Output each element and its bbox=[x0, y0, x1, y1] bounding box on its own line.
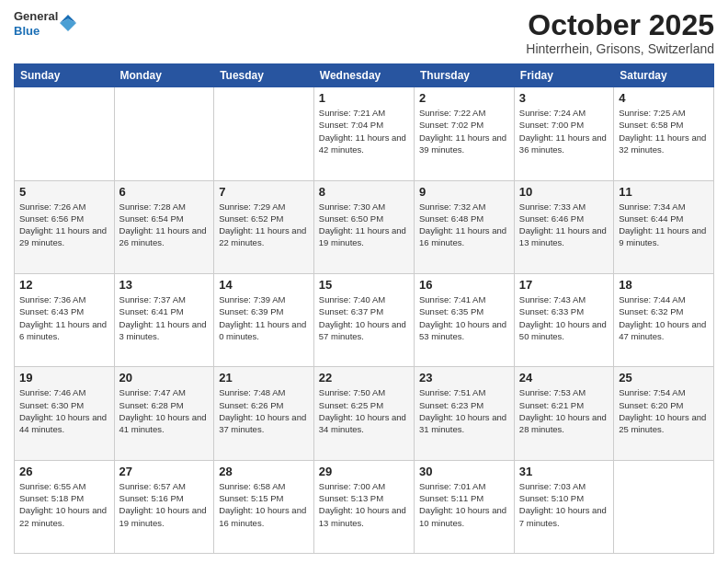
day-info: Sunrise: 7:47 AM Sunset: 6:28 PM Dayligh… bbox=[119, 386, 210, 435]
day-info: Sunrise: 6:55 AM Sunset: 5:18 PM Dayligh… bbox=[19, 480, 109, 529]
title-block: October 2025 Hinterrhein, Grisons, Switz… bbox=[526, 9, 714, 56]
day-number: 22 bbox=[319, 371, 409, 385]
day-info: Sunrise: 7:22 AM Sunset: 7:02 PM Dayligh… bbox=[419, 107, 509, 155]
table-row: 31Sunrise: 7:03 AM Sunset: 5:10 PM Dayli… bbox=[514, 460, 613, 553]
day-info: Sunrise: 7:00 AM Sunset: 5:13 PM Dayligh… bbox=[319, 480, 409, 529]
table-row: 19Sunrise: 7:46 AM Sunset: 6:30 PM Dayli… bbox=[15, 367, 115, 460]
day-number: 2 bbox=[419, 91, 509, 105]
day-number: 26 bbox=[19, 465, 109, 478]
day-info: Sunrise: 7:34 AM Sunset: 6:44 PM Dayligh… bbox=[619, 201, 709, 249]
day-info: Sunrise: 7:54 AM Sunset: 6:20 PM Dayligh… bbox=[619, 386, 709, 435]
table-row: 14Sunrise: 7:39 AM Sunset: 6:39 PM Dayli… bbox=[214, 273, 314, 366]
day-number: 31 bbox=[519, 465, 609, 478]
weekday-header-row: Sunday Monday Tuesday Wednesday Thursday… bbox=[15, 64, 714, 87]
day-info: Sunrise: 7:36 AM Sunset: 6:43 PM Dayligh… bbox=[19, 293, 109, 342]
table-row: 11Sunrise: 7:34 AM Sunset: 6:44 PM Dayli… bbox=[614, 180, 714, 273]
day-info: Sunrise: 6:58 AM Sunset: 5:15 PM Dayligh… bbox=[219, 480, 309, 529]
day-info: Sunrise: 7:30 AM Sunset: 6:50 PM Dayligh… bbox=[319, 201, 409, 249]
day-number: 8 bbox=[319, 185, 409, 199]
day-number: 23 bbox=[419, 371, 509, 385]
day-number: 24 bbox=[519, 371, 609, 385]
table-row: 15Sunrise: 7:40 AM Sunset: 6:37 PM Dayli… bbox=[313, 273, 414, 366]
table-row bbox=[15, 87, 115, 180]
table-row: 21Sunrise: 7:48 AM Sunset: 6:26 PM Dayli… bbox=[214, 367, 314, 460]
day-info: Sunrise: 6:57 AM Sunset: 5:16 PM Dayligh… bbox=[119, 480, 210, 529]
header-monday: Monday bbox=[114, 64, 214, 87]
day-number: 4 bbox=[619, 91, 709, 105]
calendar-week-row: 26Sunrise: 6:55 AM Sunset: 5:18 PM Dayli… bbox=[15, 460, 714, 553]
table-row bbox=[614, 460, 714, 553]
day-number: 6 bbox=[119, 185, 210, 199]
calendar-week-row: 12Sunrise: 7:36 AM Sunset: 6:43 PM Dayli… bbox=[15, 273, 714, 366]
day-info: Sunrise: 7:29 AM Sunset: 6:52 PM Dayligh… bbox=[219, 201, 309, 249]
logo-blue: Blue bbox=[14, 24, 40, 38]
table-row: 23Sunrise: 7:51 AM Sunset: 6:23 PM Dayli… bbox=[415, 367, 515, 460]
day-number: 9 bbox=[419, 185, 509, 199]
day-info: Sunrise: 7:28 AM Sunset: 6:54 PM Dayligh… bbox=[119, 201, 210, 249]
day-info: Sunrise: 7:01 AM Sunset: 5:11 PM Dayligh… bbox=[419, 480, 509, 529]
day-info: Sunrise: 7:53 AM Sunset: 6:21 PM Dayligh… bbox=[519, 386, 609, 435]
day-number: 27 bbox=[119, 465, 210, 478]
day-number: 3 bbox=[519, 91, 609, 105]
header-tuesday: Tuesday bbox=[214, 64, 314, 87]
day-info: Sunrise: 7:39 AM Sunset: 6:39 PM Dayligh… bbox=[219, 293, 309, 342]
day-number: 19 bbox=[19, 371, 109, 385]
day-number: 30 bbox=[419, 465, 509, 478]
day-number: 7 bbox=[219, 185, 309, 199]
day-info: Sunrise: 7:41 AM Sunset: 6:35 PM Dayligh… bbox=[419, 293, 509, 342]
day-number: 20 bbox=[119, 371, 210, 385]
calendar-week-row: 1Sunrise: 7:21 AM Sunset: 7:04 PM Daylig… bbox=[15, 87, 714, 180]
table-row: 10Sunrise: 7:33 AM Sunset: 6:46 PM Dayli… bbox=[514, 180, 613, 273]
table-row: 13Sunrise: 7:37 AM Sunset: 6:41 PM Dayli… bbox=[114, 273, 214, 366]
logo-icon bbox=[60, 15, 76, 31]
day-number: 1 bbox=[319, 91, 409, 105]
table-row: 20Sunrise: 7:47 AM Sunset: 6:28 PM Dayli… bbox=[114, 367, 214, 460]
table-row bbox=[114, 87, 214, 180]
table-row: 12Sunrise: 7:36 AM Sunset: 6:43 PM Dayli… bbox=[15, 273, 115, 366]
day-number: 17 bbox=[519, 278, 609, 292]
day-info: Sunrise: 7:37 AM Sunset: 6:41 PM Dayligh… bbox=[119, 293, 210, 342]
day-info: Sunrise: 7:40 AM Sunset: 6:37 PM Dayligh… bbox=[319, 293, 409, 342]
day-info: Sunrise: 7:50 AM Sunset: 6:25 PM Dayligh… bbox=[319, 386, 409, 435]
day-number: 15 bbox=[319, 278, 409, 292]
day-number: 11 bbox=[619, 185, 709, 199]
logo-general: General bbox=[14, 9, 58, 23]
day-number: 10 bbox=[519, 185, 609, 199]
calendar-week-row: 5Sunrise: 7:26 AM Sunset: 6:56 PM Daylig… bbox=[15, 180, 714, 273]
header-thursday: Thursday bbox=[415, 64, 515, 87]
day-number: 21 bbox=[219, 371, 309, 385]
table-row: 26Sunrise: 6:55 AM Sunset: 5:18 PM Dayli… bbox=[15, 460, 115, 553]
day-number: 28 bbox=[219, 465, 309, 478]
day-number: 18 bbox=[619, 278, 709, 292]
calendar-week-row: 19Sunrise: 7:46 AM Sunset: 6:30 PM Dayli… bbox=[15, 367, 714, 460]
month-title: October 2025 bbox=[526, 9, 714, 41]
table-row: 5Sunrise: 7:26 AM Sunset: 6:56 PM Daylig… bbox=[15, 180, 115, 273]
day-info: Sunrise: 7:44 AM Sunset: 6:32 PM Dayligh… bbox=[619, 293, 709, 342]
table-row: 2Sunrise: 7:22 AM Sunset: 7:02 PM Daylig… bbox=[415, 87, 515, 180]
table-row: 9Sunrise: 7:32 AM Sunset: 6:48 PM Daylig… bbox=[415, 180, 515, 273]
logo: General Blue bbox=[14, 9, 76, 38]
day-info: Sunrise: 7:48 AM Sunset: 6:26 PM Dayligh… bbox=[219, 386, 309, 435]
calendar-table: Sunday Monday Tuesday Wednesday Thursday… bbox=[14, 63, 714, 554]
table-row bbox=[214, 87, 314, 180]
table-row: 25Sunrise: 7:54 AM Sunset: 6:20 PM Dayli… bbox=[614, 367, 714, 460]
day-number: 16 bbox=[419, 278, 509, 292]
day-info: Sunrise: 7:43 AM Sunset: 6:33 PM Dayligh… bbox=[519, 293, 609, 342]
day-info: Sunrise: 7:51 AM Sunset: 6:23 PM Dayligh… bbox=[419, 386, 509, 435]
header-sunday: Sunday bbox=[15, 64, 115, 87]
day-info: Sunrise: 7:21 AM Sunset: 7:04 PM Dayligh… bbox=[319, 107, 409, 155]
table-row: 30Sunrise: 7:01 AM Sunset: 5:11 PM Dayli… bbox=[415, 460, 515, 553]
header: General Blue October 2025 Hinterrhein, G… bbox=[14, 9, 714, 56]
page: General Blue October 2025 Hinterrhein, G… bbox=[0, 0, 728, 563]
table-row: 29Sunrise: 7:00 AM Sunset: 5:13 PM Dayli… bbox=[313, 460, 414, 553]
table-row: 16Sunrise: 7:41 AM Sunset: 6:35 PM Dayli… bbox=[415, 273, 515, 366]
table-row: 1Sunrise: 7:21 AM Sunset: 7:04 PM Daylig… bbox=[313, 87, 414, 180]
table-row: 22Sunrise: 7:50 AM Sunset: 6:25 PM Dayli… bbox=[313, 367, 414, 460]
day-number: 12 bbox=[19, 278, 109, 292]
location: Hinterrhein, Grisons, Switzerland bbox=[526, 41, 714, 56]
day-number: 13 bbox=[119, 278, 210, 292]
day-info: Sunrise: 7:46 AM Sunset: 6:30 PM Dayligh… bbox=[19, 386, 109, 435]
logo-text: General Blue bbox=[14, 9, 58, 38]
day-number: 25 bbox=[619, 371, 709, 385]
day-info: Sunrise: 7:33 AM Sunset: 6:46 PM Dayligh… bbox=[519, 201, 609, 249]
